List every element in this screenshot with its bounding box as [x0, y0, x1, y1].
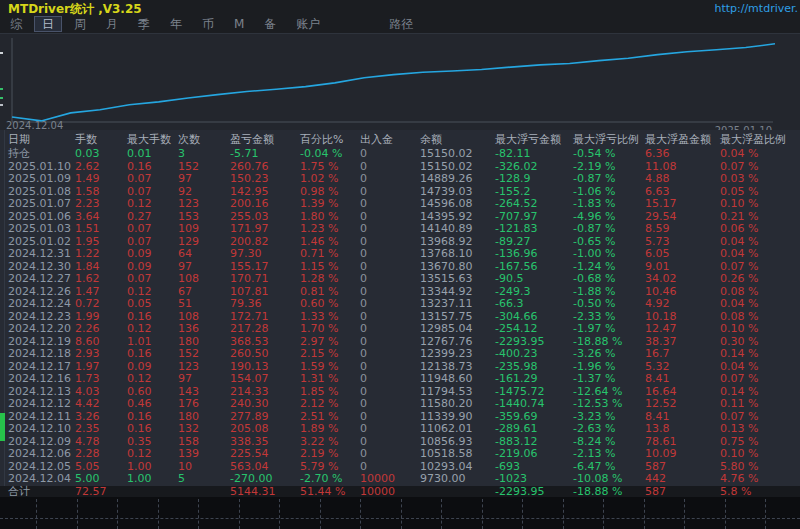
column-header-date[interactable]: 日期	[8, 133, 30, 147]
table-row[interactable]: 2024.12.113.260.16180277.892.51 %011339.…	[0, 411, 800, 424]
cell-in_out: 0	[360, 423, 367, 436]
left-edge-tick	[0, 88, 3, 90]
cell-pl_pct: 1.02 %	[300, 173, 338, 186]
cell-max_lots: 0.12	[127, 323, 152, 336]
table-row[interactable]: 2025.01.091.490.0797150.231.02 %014889.2…	[0, 173, 800, 186]
cell-balance: 11062.01	[420, 423, 473, 436]
cell-pl_pct: 2.15 %	[300, 348, 338, 361]
column-header-balance[interactable]: 余额	[420, 133, 442, 147]
column-header-pl_amount[interactable]: 盈亏金额	[230, 133, 274, 147]
table-row-total[interactable]: 合计72.575144.3151.44 %10000-2293.95-18.88…	[0, 486, 800, 498]
table-row[interactable]: 2024.12.055.051.0010563.045.79 %010293.0…	[0, 461, 800, 474]
column-header-max_float_loss[interactable]: 最大浮亏金额	[495, 133, 561, 147]
table-row[interactable]: 2025.01.031.510.07109171.971.23 %014140.…	[0, 223, 800, 236]
menu-item-8[interactable]: 备	[257, 17, 283, 31]
cell-count: 51	[178, 298, 192, 311]
cell-in_out: 0	[360, 398, 367, 411]
table-row[interactable]: 2024.12.102.350.16132205.081.89 %011062.…	[0, 423, 800, 436]
cell-balance: 15150.02	[420, 148, 473, 161]
cell-count: 64	[178, 248, 192, 261]
table-row[interactable]: 2024.12.161.730.1297154.071.31 %011948.6…	[0, 373, 800, 386]
menu-item-7[interactable]: M	[227, 17, 251, 31]
cell-max_float_profit: 4.88	[645, 173, 670, 186]
table-row[interactable]: 2024.12.240.720.055179.360.60 %013237.11…	[0, 298, 800, 311]
column-header-count[interactable]: 次数	[178, 133, 200, 147]
cell-pl_amount: 150.23	[230, 173, 269, 186]
cell-count: 97	[178, 173, 192, 186]
column-header-max_float_loss_pct[interactable]: 最大浮亏比例	[573, 133, 639, 147]
table-row[interactable]: 2024.12.094.780.35158338.353.22 %010856.…	[0, 436, 800, 449]
table-row[interactable]: 2024.12.045.001.005-270.00-2.70 %1000097…	[0, 473, 800, 486]
cell-max_float_loss_pct: -0.68 %	[573, 273, 615, 286]
table-row[interactable]: 2024.12.261.470.1267107.810.81 %013344.9…	[0, 286, 800, 299]
cell-lots: 72.57	[75, 486, 107, 498]
cell-date: 2025.01.07	[8, 198, 71, 211]
column-header-in_out[interactable]: 出入金	[360, 133, 393, 147]
table-row[interactable]: 2024.12.231.990.16108172.711.33 %013157.…	[0, 311, 800, 324]
menu-item-6[interactable]: 币	[195, 17, 221, 31]
column-header-max_float_profit[interactable]: 最大浮盈金额	[645, 133, 711, 147]
cell-pl_amount: 225.54	[230, 448, 269, 461]
menu-item-path[interactable]: 路径	[382, 17, 420, 31]
cell-date: 2024.12.04	[8, 473, 71, 486]
menu-item-0[interactable]: 综	[3, 17, 29, 31]
left-scrollbar-marker[interactable]	[0, 413, 5, 441]
column-header-max_lots[interactable]: 最大手数	[127, 133, 171, 147]
cell-max_lots: 0.16	[127, 423, 152, 436]
cell-max_float_profit: 10.09	[645, 448, 677, 461]
table-row[interactable]: 2024.12.182.930.16152260.502.15 %012399.…	[0, 348, 800, 361]
cell-max_lots: 0.12	[127, 448, 152, 461]
menu-item-3[interactable]: 月	[99, 17, 125, 31]
cell-date: 2025.01.09	[8, 173, 71, 186]
table-row[interactable]: 2024.12.134.030.60143214.331.85 %011794.…	[0, 386, 800, 399]
cell-balance: 13237.11	[420, 298, 473, 311]
cell-max_float_loss_pct: -0.50 %	[573, 298, 615, 311]
cell-count: 97	[178, 373, 192, 386]
equity-line	[12, 44, 775, 121]
menu-item-1[interactable]: 日	[35, 17, 61, 31]
cell-max_float_loss_pct: -1.83 %	[573, 198, 615, 211]
grid-v-line	[522, 499, 523, 529]
table-row[interactable]: 2024.12.124.420.46176240.302.12 %011580.…	[0, 398, 800, 411]
table-row[interactable]: 2024.12.062.280.12139225.542.19 %010518.…	[0, 448, 800, 461]
cell-max_float_profit: 442	[645, 473, 666, 486]
table-row[interactable]: 2024.12.171.970.09123190.131.59 %012138.…	[0, 361, 800, 374]
grid-v-line	[441, 499, 442, 529]
table-row[interactable]: 2024.12.198.601.01180368.532.97 %012767.…	[0, 336, 800, 349]
cell-count: 132	[178, 423, 199, 436]
cell-pl_pct: 1.23 %	[300, 223, 338, 236]
table-row[interactable]: 2025.01.081.580.0792142.950.98 %014739.0…	[0, 186, 800, 199]
cell-balance: 12985.04	[420, 323, 473, 336]
column-header-max_float_profit_pct[interactable]: 最大浮盈比例	[720, 133, 786, 147]
table-row[interactable]: 2024.12.301.840.0997155.171.15 %013670.8…	[0, 261, 800, 274]
menu-item-9[interactable]: 账户	[289, 17, 327, 31]
table-row[interactable]: 2024.12.311.220.096497.300.71 %013768.10…	[0, 248, 800, 261]
cell-lots: 0.03	[75, 148, 100, 161]
table-row[interactable]: 2025.01.072.230.12123200.161.39 %014596.…	[0, 198, 800, 211]
cell-in_out: 0	[360, 348, 367, 361]
cell-balance: 13768.10	[420, 248, 473, 261]
cell-pl_amount: -5.71	[230, 148, 258, 161]
website-link[interactable]: http://mtdriver.	[714, 2, 798, 15]
cell-max_lots: 0.12	[127, 198, 152, 211]
cell-max_float_profit_pct: 0.04 %	[720, 148, 758, 161]
table-row[interactable]: 2025.01.063.640.27153255.031.80 %014395.…	[0, 211, 800, 224]
menu-item-4[interactable]: 季	[131, 17, 157, 31]
menu-item-2[interactable]: 周	[67, 17, 93, 31]
table-row[interactable]: 2024.12.271.620.07108170.711.28 %013515.…	[0, 273, 800, 286]
cell-max_float_profit_pct: 0.10 %	[720, 448, 758, 461]
column-header-lots[interactable]: 手数	[75, 133, 97, 147]
bottom-empty-chart-grid	[0, 497, 800, 529]
cell-max_float_profit: 12.47	[645, 323, 677, 336]
table-row[interactable]: 2025.01.102.620.16152260.761.75 %015150.…	[0, 161, 800, 174]
cell-max_float_profit_pct: 0.11 %	[720, 398, 758, 411]
cell-in_out: 0	[360, 248, 367, 261]
left-edge-tick	[0, 104, 3, 106]
table-row[interactable]: 2024.12.202.260.12136217.281.70 %012985.…	[0, 323, 800, 336]
table-row[interactable]: 持仓0.030.013-5.71-0.04 %015150.02-82.11-0…	[0, 148, 800, 161]
menu-item-5[interactable]: 年	[163, 17, 189, 31]
column-header-pl_pct[interactable]: 百分比%	[300, 133, 343, 147]
grid-v-line	[725, 499, 726, 529]
cell-max_float_profit_pct: 0.03 %	[720, 173, 758, 186]
table-row[interactable]: 2025.01.021.950.07129200.821.46 %013968.…	[0, 236, 800, 249]
